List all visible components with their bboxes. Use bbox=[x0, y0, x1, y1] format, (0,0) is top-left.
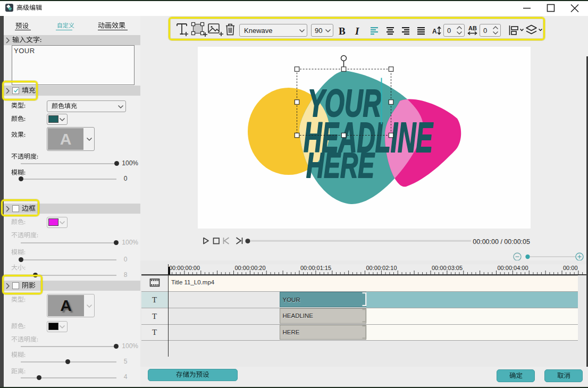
svg-text:00:00: 00:00 bbox=[563, 265, 578, 271]
svg-text:00:00:03:05: 00:00:03:05 bbox=[432, 265, 463, 271]
svg-text:T: T bbox=[152, 328, 157, 336]
svg-text:00:00:00:20: 00:00:00:20 bbox=[235, 265, 266, 271]
svg-text:00:00:00:00: 00:00:00:00 bbox=[169, 265, 200, 271]
svg-text:00:00:00 / 00:00:05: 00:00:00 / 00:00:05 bbox=[473, 238, 530, 246]
svg-text:T: T bbox=[152, 312, 157, 320]
svg-text:HERE: HERE bbox=[306, 146, 375, 185]
svg-text:00:00:04:00: 00:00:04:00 bbox=[498, 265, 528, 271]
svg-text:00:00:01:15: 00:00:01:15 bbox=[300, 265, 331, 271]
svg-text:00:00:02:10: 00:00:02:10 bbox=[366, 265, 397, 271]
svg-text:T: T bbox=[152, 296, 157, 304]
